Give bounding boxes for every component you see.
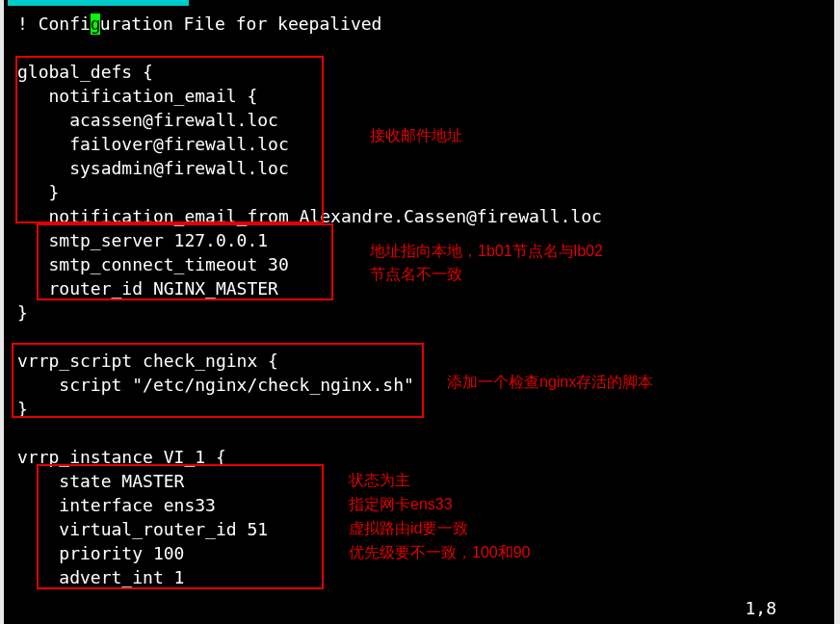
annotation-smtp-line1: 地址指向本地，1b01节点名与lb02	[370, 241, 603, 262]
editor-line: sysadmin@firewall.loc	[17, 158, 825, 179]
editor-line	[17, 423, 825, 444]
editor-line: notification_email {	[17, 86, 825, 107]
editor-line-title: ! Configuration File for keepalived	[17, 13, 825, 35]
annotation-priority: 优先级要不一致，100和90	[349, 542, 531, 563]
editor-line: vrrp_instance VI_1 {	[17, 447, 825, 468]
editor-line: vrrp_script check_nginx {	[17, 351, 825, 372]
editor-line: advert_int 1	[17, 567, 825, 588]
annotation-recv-email: 接收邮件地址	[370, 125, 462, 146]
editor-line: state MASTER	[17, 471, 825, 492]
title-before: ! Confi	[17, 13, 91, 34]
terminal-window[interactable]: ! Configuration File for keepalived glob…	[4, 0, 834, 624]
annotation-state: 状态为主	[349, 470, 410, 491]
annotation-script: 添加一个检查nginx存活的脚本	[447, 372, 653, 393]
editor-line: notification_email_from Alexandre.Cassen…	[17, 206, 825, 227]
editor-line: }	[17, 182, 825, 203]
vim-status-pos: 1,8	[745, 598, 776, 618]
editor-line	[17, 38, 825, 59]
annotation-smtp-line2: 节点名不一致	[370, 264, 462, 285]
annotation-vrid: 虚拟路由id要一致	[349, 518, 468, 539]
editor-line: script "/etc/nginx/check_nginx.sh"	[17, 375, 825, 396]
annotation-interface: 指定网卡ens33	[349, 494, 453, 515]
editor-line: global_defs {	[17, 62, 825, 83]
editor-line: }	[17, 399, 825, 420]
cursor: g	[91, 13, 100, 35]
editor-line	[17, 326, 825, 348]
editor-line: }	[17, 302, 825, 324]
window-topbar-fragment	[8, 0, 189, 6]
title-after: uration File for keepalived	[100, 13, 382, 34]
